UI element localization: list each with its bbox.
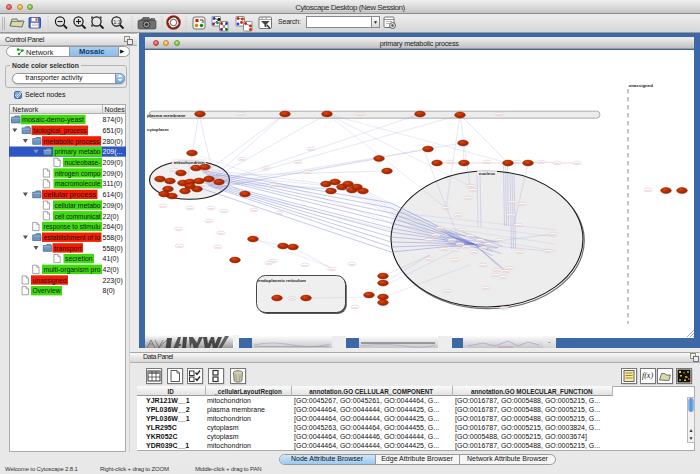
svg-text:cell communicat: cell communicat (55, 212, 101, 221)
svg-text:223(0): 223(0) (103, 277, 123, 285)
svg-text:311(0): 311(0) (103, 180, 123, 188)
svg-text:endoplasmic reticulum: endoplasmic reticulum (258, 278, 306, 283)
svg-text:209(0): 209(0) (103, 170, 123, 178)
svg-text:8(0): 8(0) (103, 287, 115, 295)
svg-text:mitochondrion: mitochondrion (174, 160, 205, 165)
svg-text:primary metabo: primary metabo (55, 147, 101, 156)
svg-text:cytoplasm: cytoplasm (147, 127, 169, 132)
svg-text:metabolic process: metabolic process (44, 137, 100, 146)
svg-text:multi-organism pro: multi-organism pro (44, 265, 101, 274)
svg-text:nitrogen compo: nitrogen compo (55, 169, 101, 178)
svg-text:209(0): 209(0) (103, 202, 123, 210)
svg-text:209(...: 209(... (103, 148, 123, 156)
svg-text:nucleobase-: nucleobase- (65, 158, 102, 167)
svg-text:unassigned: unassigned (629, 83, 654, 88)
svg-text:614(0): 614(0) (103, 191, 123, 199)
svg-text:plasma membrane: plasma membrane (147, 113, 186, 118)
svg-text:transport: transport (54, 244, 82, 253)
svg-text:cellular process: cellular process (44, 190, 97, 199)
svg-text:cellular metabo: cellular metabo (55, 201, 101, 210)
svg-text:secretion: secretion (65, 254, 93, 263)
svg-text:651(0): 651(0) (103, 127, 123, 135)
svg-text:42(0): 42(0) (103, 266, 119, 274)
svg-text:22(0): 22(0) (103, 213, 119, 221)
svg-text:558(0): 558(0) (103, 245, 123, 253)
svg-text:41(0): 41(0) (103, 255, 119, 263)
svg-text:establishment of lo: establishment of lo (44, 233, 101, 242)
svg-text:874(0): 874(0) (103, 116, 123, 124)
svg-text:280(0): 280(0) (103, 138, 123, 146)
svg-text:response to stimulu: response to stimulu (44, 222, 101, 231)
svg-text:unassigned: unassigned (33, 276, 67, 285)
svg-text:264(0): 264(0) (103, 223, 123, 231)
svg-text:nucleus: nucleus (479, 171, 496, 176)
svg-text:209(0): 209(0) (103, 159, 123, 167)
svg-text:558(0): 558(0) (103, 234, 123, 242)
svg-text:biological_process: biological_process (33, 126, 87, 135)
svg-text:macromolecule: macromolecule (55, 179, 101, 188)
svg-text:Overview: Overview (33, 286, 62, 295)
svg-text:mosaic-demo-yeast: mosaic-demo-yeast (22, 115, 84, 124)
